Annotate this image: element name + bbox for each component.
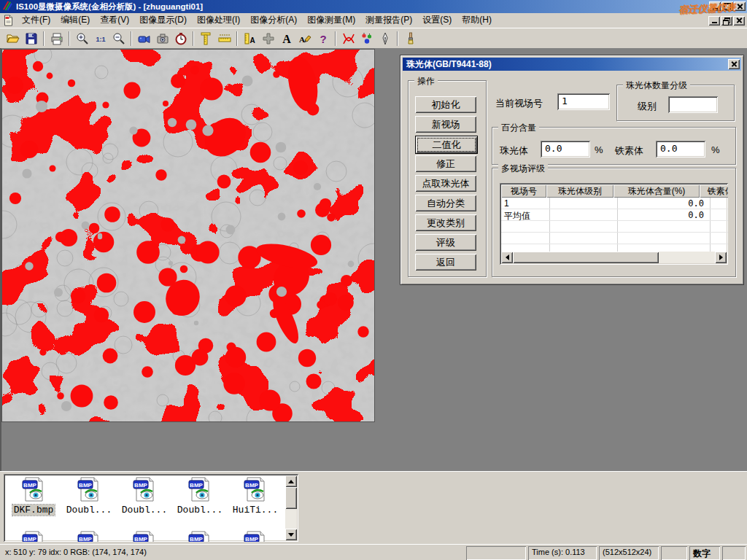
action-button-1[interactable]: 初始化 [415, 96, 476, 113]
menu-item-2[interactable]: 编辑(E) [55, 12, 95, 28]
micrograph-image[interactable] [1, 49, 375, 422]
timer-icon [174, 31, 188, 46]
caliper-measure-button[interactable] [197, 30, 215, 47]
application-window: { "window": { "title": "IS100显微摄像系统(金相分析… [0, 0, 747, 560]
save-file-button[interactable] [22, 30, 40, 47]
pearlite-percent-input[interactable]: 0.0 [541, 141, 590, 158]
file-item-2[interactable]: BMPDoubl... [62, 477, 116, 516]
file-item-4[interactable]: BMPDoubl... [173, 477, 227, 516]
table-cell [550, 221, 618, 232]
zoom-out-button[interactable] [109, 30, 128, 47]
table-row[interactable] [501, 221, 728, 233]
menu-item-6[interactable]: 图像分析(A) [245, 12, 302, 28]
action-button-8[interactable]: 评级 [415, 234, 476, 251]
scroll-up-button[interactable] [285, 475, 297, 487]
bmp-file-icon: BMP [243, 531, 268, 542]
current-field-input[interactable]: 1 [557, 93, 610, 110]
scroll-left-button[interactable] [501, 252, 513, 263]
child-restore-button[interactable] [721, 16, 732, 26]
annotate-tool-button[interactable]: A [295, 30, 314, 47]
dialog-title-bar: 珠光体(GB/T9441-88) [403, 58, 741, 71]
menu-item-4[interactable]: 图像显示(D) [134, 12, 192, 28]
child-minimize-button[interactable] [708, 16, 720, 26]
toolbar-separator [397, 31, 398, 46]
scroll-right-button[interactable] [715, 252, 727, 263]
print-button[interactable] [47, 30, 66, 47]
minimize-button[interactable] [709, 1, 721, 11]
toolbar-separator [335, 31, 336, 46]
measure-label-button[interactable]: A [241, 30, 259, 47]
help-button[interactable]: ? [314, 30, 332, 47]
table-horizontal-scrollbar[interactable] [501, 252, 727, 263]
pen-tool-button[interactable] [376, 30, 394, 47]
brush-tool-button[interactable] [401, 30, 419, 47]
document-icon[interactable] [2, 15, 15, 26]
file-list-scrollbar[interactable] [285, 475, 297, 540]
menu-item-7[interactable]: 图像测量(M) [302, 12, 360, 28]
close-button[interactable] [734, 1, 746, 11]
video-capture-button[interactable] [135, 30, 153, 47]
zoom-out-icon [112, 31, 126, 46]
percent-sign: % [595, 144, 603, 155]
ferrite-percent-input[interactable]: 0.0 [656, 141, 705, 158]
table-row[interactable] [501, 233, 728, 244]
table-cell [501, 221, 550, 232]
move-tool-button[interactable] [259, 30, 277, 47]
action-button-3[interactable]: 二值化 [415, 136, 478, 154]
scrollbar-thumb[interactable] [285, 487, 297, 509]
timer-button[interactable] [171, 30, 190, 47]
menu-item-8[interactable]: 测量报告(P) [360, 12, 417, 28]
menu-item-1[interactable]: 文件(F) [17, 12, 55, 28]
table-header-3: 珠光体含量(%) [614, 184, 700, 198]
open-file-button[interactable] [4, 30, 22, 47]
ruler-measure-button[interactable] [215, 30, 233, 47]
svg-text:BMP: BMP [79, 482, 92, 489]
child-close-button[interactable] [733, 16, 745, 26]
table-row[interactable]: 平均值0.0 [501, 209, 728, 221]
bmp-file-icon: BMP [77, 531, 101, 542]
zoom-in-button[interactable] [73, 30, 91, 47]
action-button-5[interactable]: 点取珠光体 [415, 175, 476, 192]
window-title: IS100显微摄像系统(金相分析版) - [zhuguangti01] [16, 1, 203, 12]
file-item-row2-4[interactable]: BMP [173, 531, 227, 542]
file-item-row2-3[interactable]: BMP [117, 531, 171, 542]
file-item-row2-1[interactable]: BMP [7, 531, 61, 542]
action-button-6[interactable]: 自动分类 [415, 195, 476, 211]
action-button-4[interactable]: 修正 [415, 155, 476, 172]
file-item-5[interactable]: BMPHuiTi... [228, 477, 282, 516]
file-label: HuiTi... [231, 505, 279, 516]
dialog-close-button[interactable] [728, 59, 740, 69]
bmp-file-icon: BMP [187, 531, 212, 542]
grading-group: 珠光体数量分级 级别 [616, 85, 735, 121]
maximize-button[interactable] [721, 1, 733, 11]
bmp-file-icon: BMP [77, 477, 101, 502]
text-tool-button[interactable]: A [277, 30, 295, 47]
menu-item-10[interactable]: 帮助(H) [457, 12, 497, 28]
table-cell: 0.0 [618, 198, 711, 209]
status-empty-1 [466, 546, 526, 560]
scrollbar-thumb[interactable] [513, 252, 659, 263]
file-item-3[interactable]: BMPDoubl... [117, 477, 171, 516]
file-item-row2-5[interactable]: BMP [228, 531, 282, 542]
svg-text:BMP: BMP [23, 536, 36, 542]
grade-input[interactable] [668, 96, 718, 113]
photo-capture-button[interactable] [153, 30, 171, 47]
file-item-1[interactable]: BMPDKF.bmp [7, 477, 61, 516]
action-button-7[interactable]: 更改类别 [415, 214, 476, 231]
zoom-in-icon [75, 31, 90, 46]
svg-text:BMP: BMP [79, 536, 92, 542]
file-item-row2-2[interactable]: BMP [62, 531, 116, 542]
svg-text:BMP: BMP [134, 536, 147, 542]
menu-item-9[interactable]: 设置(S) [417, 12, 457, 28]
action-button-9[interactable]: 返回 [415, 254, 476, 271]
menu-item-5[interactable]: 图像处理(I) [192, 12, 245, 28]
table-cell [711, 221, 728, 232]
curve-tool-button[interactable] [339, 30, 357, 47]
menu-item-3[interactable]: 查看(V) [95, 12, 134, 28]
scroll-down-button[interactable] [285, 529, 297, 540]
table-row[interactable]: 10.0 [501, 198, 728, 209]
classify-tool-button[interactable] [357, 30, 376, 47]
action-button-2[interactable]: 新视场 [415, 116, 476, 133]
actual-size-button[interactable]: 1:1 [91, 30, 109, 47]
file-label: DKF.bmp [12, 505, 55, 516]
